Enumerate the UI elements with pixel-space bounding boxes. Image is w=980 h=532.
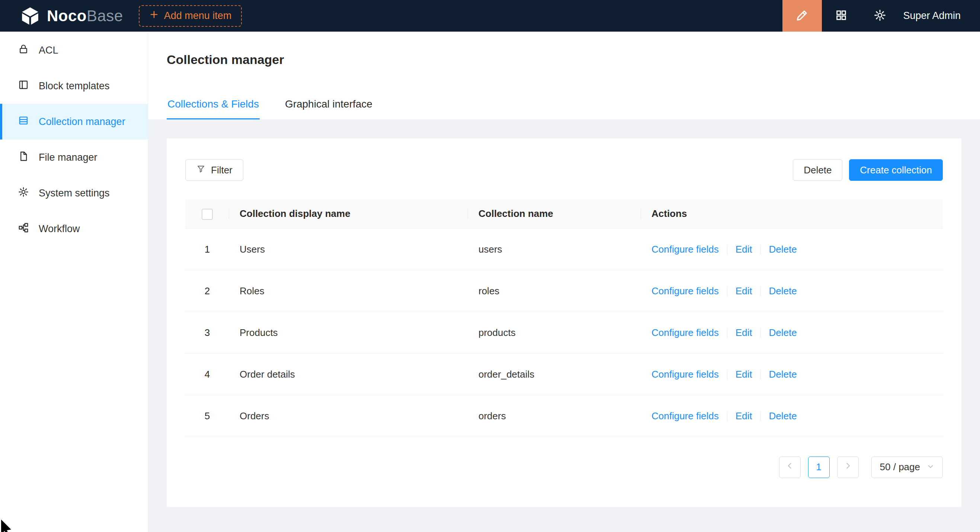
row-index-cell: 2 xyxy=(185,270,229,312)
row-collection-name: products xyxy=(468,312,641,353)
filter-button[interactable]: Filter xyxy=(185,159,243,181)
row-index: 4 xyxy=(205,369,210,380)
chevron-right-icon xyxy=(843,461,853,473)
toolbar-right: Delete Create collection xyxy=(793,159,943,181)
action-separator xyxy=(760,411,760,421)
select-all-checkbox[interactable] xyxy=(202,209,213,220)
delete-button[interactable]: Delete xyxy=(793,159,842,181)
row-index: 2 xyxy=(205,285,210,297)
row-actions: Configure fieldsEditDelete xyxy=(641,395,943,437)
row-actions: Configure fieldsEditDelete xyxy=(641,229,943,270)
prev-page-button[interactable] xyxy=(779,456,801,478)
row-actions: Configure fieldsEditDelete xyxy=(641,353,943,395)
page-header: Collection manager xyxy=(148,32,980,67)
brand-primary: Noco xyxy=(47,7,87,25)
sidebar-item-block-templates[interactable]: Block templates xyxy=(0,68,148,104)
mouse-cursor xyxy=(0,519,16,532)
sidebar-item-label: Block templates xyxy=(39,80,110,92)
action-delete[interactable]: Delete xyxy=(769,369,797,380)
settings-sidebar: ACL Block templates Collection manager F… xyxy=(0,32,148,532)
column-collection-name: Collection name xyxy=(468,199,641,229)
add-menu-item-label: Add menu item xyxy=(164,10,232,22)
action-configure-fields[interactable]: Configure fields xyxy=(651,244,719,255)
action-separator xyxy=(727,286,727,296)
table-body: 1 Users users Configure fieldsEditDelete… xyxy=(185,229,943,437)
tab-label: Collections & Fields xyxy=(167,98,259,110)
action-edit[interactable]: Edit xyxy=(735,285,752,297)
row-collection-name: users xyxy=(468,229,641,270)
sidebar-item-system-settings[interactable]: System settings xyxy=(0,175,148,211)
action-separator xyxy=(727,411,727,421)
action-edit[interactable]: Edit xyxy=(735,327,752,338)
row-index: 5 xyxy=(205,410,210,421)
highlighter-icon xyxy=(795,8,809,24)
row-index-cell: 1 xyxy=(185,229,229,270)
chevron-left-icon xyxy=(786,461,794,473)
current-user-menu[interactable]: Super Admin xyxy=(899,10,980,22)
action-edit[interactable]: Edit xyxy=(735,244,752,255)
collections-card: Filter Delete Create collection Collecti… xyxy=(167,138,961,507)
tab-label: Graphical interface xyxy=(285,98,372,110)
create-collection-label: Create collection xyxy=(860,164,932,176)
column-display-name: Collection display name xyxy=(229,199,468,229)
page-size-select[interactable]: 50 / page xyxy=(871,456,943,478)
sidebar-item-label: File manager xyxy=(39,152,97,163)
plugins-button[interactable] xyxy=(822,0,861,32)
table-header: Collection display name Collection name … xyxy=(185,199,943,229)
action-configure-fields[interactable]: Configure fields xyxy=(651,369,719,380)
page-title: Collection manager xyxy=(167,52,961,67)
body-frame: ACL Block templates Collection manager F… xyxy=(0,32,980,532)
plus-icon xyxy=(149,10,159,22)
sidebar-item-label: Collection manager xyxy=(39,116,126,128)
tab-collections-fields[interactable]: Collections & Fields xyxy=(167,93,260,119)
action-separator xyxy=(727,328,727,338)
brand-secondary: Base xyxy=(87,7,123,25)
row-index-cell: 4 xyxy=(185,353,229,395)
sidebar-item-acl[interactable]: ACL xyxy=(0,32,148,68)
gear-icon xyxy=(873,9,886,23)
nocobase-logo[interactable]: NocoBase xyxy=(0,5,139,27)
table-row: 4 Order details order_details Configure … xyxy=(185,353,943,395)
current-page-number: 1 xyxy=(816,461,821,473)
action-configure-fields[interactable]: Configure fields xyxy=(651,327,719,338)
top-header: NocoBase Add menu item xyxy=(0,0,980,32)
tab-graphical-interface[interactable]: Graphical interface xyxy=(284,93,373,119)
column-actions: Actions xyxy=(641,199,943,229)
pagination: 1 50 / page xyxy=(185,456,943,478)
row-display-name: Products xyxy=(229,312,468,353)
collections-table: Collection display name Collection name … xyxy=(185,199,943,437)
sidebar-item-file-manager[interactable]: File manager xyxy=(0,140,148,175)
action-separator xyxy=(727,370,727,380)
ui-designer-button[interactable] xyxy=(783,0,822,32)
sidebar-item-workflow[interactable]: Workflow xyxy=(0,211,148,247)
card-toolbar: Filter Delete Create collection xyxy=(185,159,943,181)
create-collection-button[interactable]: Create collection xyxy=(849,159,943,181)
row-collection-name: orders xyxy=(468,395,641,437)
action-delete[interactable]: Delete xyxy=(769,285,797,297)
next-page-button[interactable] xyxy=(837,456,859,478)
header-actions: Super Admin xyxy=(783,0,980,32)
action-edit[interactable]: Edit xyxy=(735,410,752,421)
page-1-button[interactable]: 1 xyxy=(808,456,830,478)
row-collection-name: order_details xyxy=(468,353,641,395)
action-delete[interactable]: Delete xyxy=(769,244,797,255)
add-menu-item-button[interactable]: Add menu item xyxy=(139,5,242,27)
action-delete[interactable]: Delete xyxy=(769,410,797,421)
sidebar-item-label: Workflow xyxy=(39,223,80,235)
row-collection-name: roles xyxy=(468,270,641,312)
action-edit[interactable]: Edit xyxy=(735,369,752,380)
sidebar-item-label: System settings xyxy=(39,187,110,199)
row-display-name: Users xyxy=(229,229,468,270)
settings-button[interactable] xyxy=(861,0,899,32)
action-delete[interactable]: Delete xyxy=(769,327,797,338)
action-configure-fields[interactable]: Configure fields xyxy=(651,285,719,297)
action-separator xyxy=(760,328,760,338)
brand-text: NocoBase xyxy=(47,7,123,25)
sidebar-item-collection-manager[interactable]: Collection manager xyxy=(0,104,148,140)
block-templates-icon xyxy=(18,79,29,93)
action-separator xyxy=(760,370,760,380)
row-index-cell: 5 xyxy=(185,395,229,437)
action-configure-fields[interactable]: Configure fields xyxy=(651,410,719,421)
action-separator xyxy=(727,245,727,254)
row-display-name: Roles xyxy=(229,270,468,312)
